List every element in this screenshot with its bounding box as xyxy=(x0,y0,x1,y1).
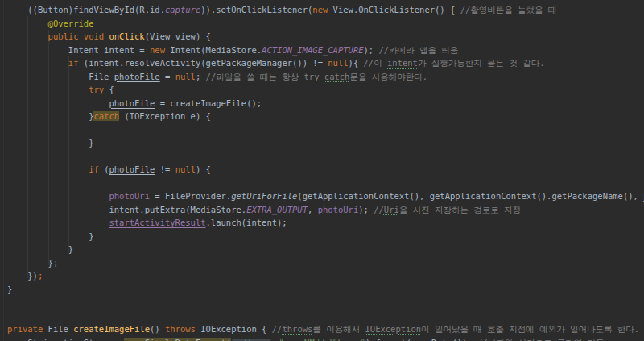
code-line[interactable]: }catch (IOException e) { xyxy=(7,110,644,123)
code-token-def: ; xyxy=(196,72,206,81)
code-token-def xyxy=(7,31,48,41)
code-token-def xyxy=(7,58,68,68)
code-token-def: = xyxy=(160,72,175,81)
code-token-cmt: 가 실행가능한지 묻는 것 같다. xyxy=(418,58,545,68)
code-token-defu: photoFile xyxy=(109,164,155,174)
code-token-field: photoUri xyxy=(109,191,150,201)
code-token-def: ((Button)findViewById(R.id. xyxy=(7,5,165,15)
code-token-def xyxy=(7,85,89,94)
code-token-smeth: getUriForFile xyxy=(231,191,297,201)
code-token-ann: @Override xyxy=(48,19,94,28)
code-token-cmtu: IOException xyxy=(365,324,422,334)
code-token-def: ( xyxy=(99,164,109,174)
code-token-kwhl: new xyxy=(124,338,139,341)
code-token-kw: new xyxy=(150,45,165,55)
code-token-defu: photoFile xyxy=(114,72,160,81)
code-line[interactable]: ((Button)findViewById(R.id.capture)).set… xyxy=(7,3,644,17)
code-line[interactable] xyxy=(7,177,644,190)
code-token-def xyxy=(7,98,109,108)
code-token-def: , xyxy=(308,205,318,214)
code-token-kw: new xyxy=(312,5,328,15)
code-token-def xyxy=(7,19,48,28)
code-line[interactable]: if (photoFile != null) { xyxy=(7,163,644,177)
code-token-def xyxy=(7,191,109,201)
code-line[interactable]: String timeStamp = new SimpleDateFormat(… xyxy=(7,336,644,341)
code-token-kw: public void xyxy=(48,31,109,41)
code-token-def: Date()); xyxy=(427,338,477,341)
code-line[interactable]: } xyxy=(7,283,644,297)
code-token-def: (View view) { xyxy=(145,31,211,41)
code-token-def: File xyxy=(7,72,114,81)
code-line[interactable]: private File createImageFile() throws IO… xyxy=(7,322,644,336)
code-token-kw: try xyxy=(89,85,104,94)
code-token-fieldu: startActivityResult xyxy=(109,218,205,227)
code-line[interactable]: } xyxy=(7,136,644,150)
code-token-def: { xyxy=(104,85,114,94)
code-token-def: IOException { xyxy=(196,324,272,334)
code-line[interactable]: if (intent.resolveActivity(getPackageMan… xyxy=(7,56,644,70)
code-token-def: ){ xyxy=(349,58,364,68)
code-token-kw: throws xyxy=(165,324,196,334)
code-line[interactable]: } xyxy=(7,243,644,256)
code-editor[interactable]: ((Button)findViewById(R.id.capture)).set… xyxy=(0,0,644,341)
code-token-def: } xyxy=(7,285,12,294)
code-token-kw: null xyxy=(175,164,196,174)
code-token-kw: if xyxy=(68,58,79,68)
code-token-kw: new xyxy=(411,338,427,341)
code-token-def: } xyxy=(7,258,53,268)
code-token-cmt: 이 일어났을 때 호출 지점에 예외가 일어나도록 한다. 즉 그래 xyxy=(421,324,644,334)
code-token-cmtu: intent xyxy=(387,58,418,68)
code-token-sfield: EXTRA_OUTPUT xyxy=(246,205,308,214)
code-token-cmt: // xyxy=(272,324,283,334)
code-line[interactable] xyxy=(7,123,644,137)
code-token-cmt: 문을 사용해야한다. xyxy=(349,72,427,81)
code-token-def: = createImageFile(); xyxy=(155,98,262,108)
code-line[interactable]: public void onClick(View view) { xyxy=(7,30,644,44)
code-token-dim: ; xyxy=(53,258,58,268)
code-token-def: = FileProvider. xyxy=(150,191,231,201)
code-line[interactable] xyxy=(7,310,644,323)
code-line[interactable] xyxy=(7,296,644,310)
code-line[interactable]: photoUri = FileProvider.getUriForFile(ge… xyxy=(7,189,644,203)
code-token-def: ); xyxy=(358,205,374,214)
code-token-def: } xyxy=(7,244,73,254)
code-token-cmt: // xyxy=(374,205,384,214)
code-line[interactable] xyxy=(7,150,644,164)
code-token-def xyxy=(7,218,109,227)
code-token-def: View.OnClickListener() { xyxy=(328,5,460,15)
code-line[interactable]: }; xyxy=(7,256,644,270)
code-line[interactable]: } xyxy=(7,230,644,243)
code-line[interactable]: }); xyxy=(7,269,644,283)
code-token-def: () xyxy=(150,324,165,334)
code-token-def: String timeStamp = xyxy=(7,338,124,341)
code-token-def: (getApplicationContext(), getApplication… xyxy=(297,191,643,201)
code-token-kw: ; xyxy=(38,271,43,281)
code-token-cmt: //날짜와 시간으로 문자열 만듬 xyxy=(477,338,605,341)
code-lines[interactable]: ((Button)findViewById(R.id.capture)).set… xyxy=(0,0,644,341)
code-token-def: ).format( xyxy=(365,338,411,341)
code-token-def: ); xyxy=(364,45,379,55)
code-token-mdecl: onClick xyxy=(109,31,144,41)
code-token-cmt: 를 이용해서 xyxy=(312,324,365,334)
code-line[interactable]: @Override xyxy=(7,17,644,31)
code-token-kw: null xyxy=(175,72,196,81)
code-token-cmt: //이 xyxy=(364,58,387,68)
code-line[interactable]: photoFile = createImageFile(); xyxy=(7,97,644,110)
code-token-sfield: capture xyxy=(165,5,200,15)
code-line[interactable]: Intent intent = new Intent(MediaStore.AC… xyxy=(7,44,644,57)
code-token-cmt: //촬영버튼을 눌렀을 때 xyxy=(460,5,557,15)
code-token-def: File xyxy=(43,324,73,334)
code-token-def: ) { xyxy=(196,164,211,174)
code-token-def: Intent(MediaStore. xyxy=(165,45,262,55)
code-line[interactable]: startActivityResult.launch(intent); xyxy=(7,216,644,230)
code-token-kw: null xyxy=(328,58,348,68)
code-token-def: } xyxy=(7,231,93,241)
code-token-cmtu: catch xyxy=(324,72,350,81)
code-line[interactable]: intent.putExtra(MediaStore.EXTRA_OUTPUT,… xyxy=(7,203,644,217)
code-token-def: Intent intent = xyxy=(7,45,150,55)
code-token-def: .launch(intent); xyxy=(206,218,287,227)
code-token-kw: if xyxy=(89,164,99,174)
code-token-cmt: //카메라 앱을 띄움 xyxy=(379,45,459,55)
code-line[interactable]: File photoFile = null; //파일을 쓸 때는 항상 try… xyxy=(7,70,644,84)
code-line[interactable]: try { xyxy=(7,83,644,97)
